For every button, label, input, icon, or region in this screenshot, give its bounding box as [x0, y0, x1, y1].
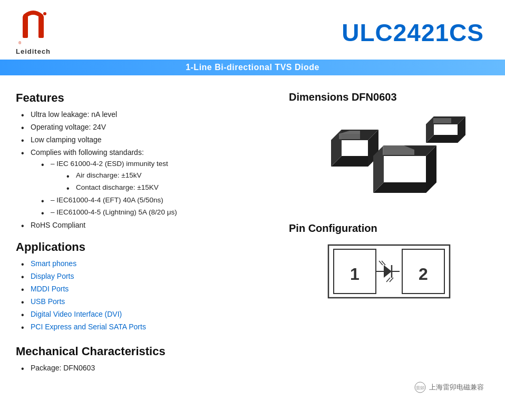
- component-3d-image: [305, 109, 473, 214]
- dimensions-section: Dimensions DFN0603: [289, 91, 489, 214]
- svg-text:®: ®: [18, 41, 22, 45]
- app-item-5: Digital Video Interface (DVI): [21, 309, 278, 320]
- applications-section: Applications Smart phones Display Ports …: [16, 240, 278, 333]
- right-column: Dimensions DFN0603: [289, 86, 489, 334]
- pin-diagram: 1 2: [326, 240, 452, 303]
- feature-rohs: RoHS Compliant: [21, 220, 278, 231]
- pin-config-section: Pin Configuration 1 2: [289, 222, 489, 303]
- svg-rect-0: [23, 16, 28, 38]
- footer-brand-text: 上海雷卯电磁兼容: [429, 383, 484, 392]
- mechanical-title: Mechanical Characteristics: [16, 345, 489, 358]
- standard-eft: – IEC61000-4-4 (EFT) 40A (5/50ns): [41, 194, 278, 206]
- product-title: ULC2421CS: [342, 18, 484, 47]
- logo-area: ® Leiditech: [16, 9, 51, 55]
- feature-item-3: Low clamping voltage: [21, 134, 278, 145]
- left-column: Features Ultra low leakage: nA level Ope…: [16, 86, 278, 334]
- app-item-2: Display Ports: [21, 271, 278, 282]
- standards-list: – IEC 61000-4-2 (ESD) immunity test Air …: [31, 158, 278, 218]
- mechanical-section: Mechanical Characteristics Package: DFN0…: [0, 345, 505, 374]
- discharge-list: Air discharge: ±15kV Contact discharge: …: [51, 170, 278, 193]
- standard-lightning: – IEC61000-4-5 (Lightning) 5A (8/20 μs): [41, 207, 278, 218]
- footer-logo-icon: 雷卯: [414, 382, 426, 393]
- standard-esd: – IEC 61000-4-2 (ESD) immunity test Air …: [41, 158, 278, 193]
- app-item-3: MDDI Ports: [21, 284, 278, 295]
- dimensions-title: Dimensions DFN0603: [289, 91, 489, 103]
- applications-list: Smart phones Display Ports MDDI Ports US…: [16, 258, 278, 333]
- page: ® Leiditech ULC2421CS 1-Line Bi-directio…: [0, 0, 505, 398]
- svg-text:雷卯: 雷卯: [416, 386, 424, 390]
- svg-marker-20: [433, 118, 451, 123]
- product-subtitle-banner: 1-Line Bi-directional TVS Diode: [0, 60, 505, 75]
- feature-item-1: Ultra low leakage: nA level: [21, 109, 278, 120]
- applications-title: Applications: [16, 240, 278, 254]
- app-item-4: USB Ports: [21, 296, 278, 307]
- leiditech-logo-icon: ®: [17, 9, 49, 46]
- features-title: Features: [16, 91, 278, 105]
- footer: 雷卯 上海雷卯电磁兼容: [0, 375, 505, 398]
- air-discharge: Air discharge: ±15kV: [66, 170, 278, 181]
- logo-text: Leiditech: [16, 47, 51, 55]
- app-item-6: PCI Express and Serial SATA Ports: [21, 321, 278, 333]
- feature-item-4: Complies with following standards: – IEC…: [21, 147, 278, 218]
- svg-point-2: [43, 12, 46, 15]
- pin-config-title: Pin Configuration: [289, 222, 489, 235]
- contact-discharge: Contact discharge: ±15KV: [66, 182, 278, 193]
- main-content: Features Ultra low leakage: nA level Ope…: [0, 81, 505, 339]
- mechanical-list: Package: DFN0603: [16, 363, 489, 374]
- features-section: Features Ultra low leakage: nA level Ope…: [16, 91, 278, 231]
- feature-item-2: Operating voltage: 24V: [21, 122, 278, 133]
- features-list: Ultra low leakage: nA level Operating vo…: [16, 109, 278, 231]
- svg-marker-14: [383, 150, 414, 155]
- svg-text:2: 2: [419, 265, 428, 284]
- mech-item-1: Package: DFN0603: [21, 363, 489, 374]
- svg-rect-1: [38, 16, 44, 38]
- svg-text:1: 1: [350, 265, 360, 284]
- header: ® Leiditech ULC2421CS: [0, 0, 505, 60]
- app-item-1: Smart phones: [21, 258, 278, 269]
- svg-marker-8: [339, 134, 360, 139]
